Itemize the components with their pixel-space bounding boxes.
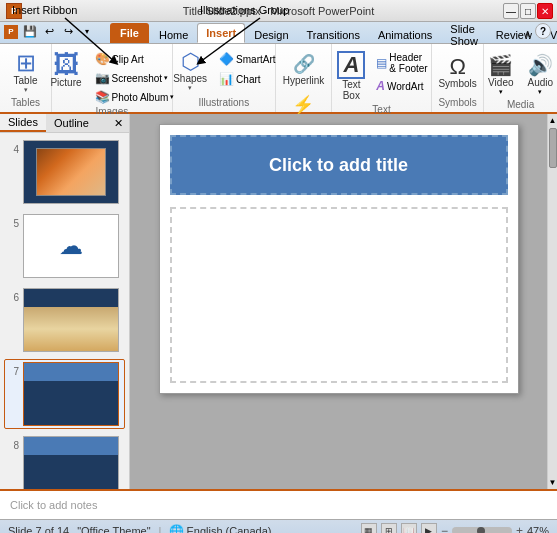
slide-canvas[interactable]: Click to add title — [159, 124, 519, 394]
hyperlink-label: Hyperlink — [283, 75, 325, 86]
status-right: ▦ ⊞ 📖 ▶ − + 47% — [361, 523, 549, 534]
maximize-button[interactable]: □ — [520, 3, 536, 19]
slideshow-button[interactable]: ▶ — [421, 523, 437, 534]
zoom-slider-thumb[interactable] — [477, 527, 485, 534]
screenshot-label: Screenshot — [112, 73, 163, 84]
notes-area[interactable]: Click to add notes — [0, 489, 557, 519]
clipart-button[interactable]: 🎨 Clip Art — [91, 50, 179, 68]
slide-img-7 — [23, 362, 119, 426]
slide-title-text: Click to add title — [269, 155, 408, 176]
ribbon-group-images-content: 🖼 Picture 🎨 Clip Art 📷 Screenshot ▾ — [45, 48, 178, 106]
undo-button[interactable]: ↩ — [40, 23, 58, 41]
slide-thumb-6[interactable]: 6 — [4, 285, 125, 355]
tab-design[interactable]: Design — [245, 25, 297, 43]
slide-num-4: 4 — [7, 140, 19, 155]
main-area: Slides Outline ✕ 4 5 ☁ — [0, 114, 557, 489]
tab-insert[interactable]: Insert — [197, 23, 245, 43]
vertical-scrollbar[interactable]: ▲ ▼ — [547, 114, 557, 489]
photoalbum-icon: 📚 — [95, 90, 110, 104]
annotation-insert-ribbon: Insert Ribbon — [12, 4, 77, 16]
hyperlink-icon: 🔗 — [293, 53, 315, 75]
normal-view-button[interactable]: ▦ — [361, 523, 377, 534]
tab-slideshow[interactable]: Slide Show — [441, 25, 487, 43]
minimize-button[interactable]: — — [503, 3, 519, 19]
illust-small-buttons: 🔷 SmartArt 📊 Chart — [215, 48, 279, 88]
close-button[interactable]: ✕ — [537, 3, 553, 19]
ribbon-collapse-button[interactable]: ∧ — [524, 28, 531, 39]
chart-label: Chart — [236, 74, 260, 85]
ribbon-group-tables: ⊞ Table ▾ Tables — [0, 44, 52, 112]
slide-img-5: ☁ — [23, 214, 119, 278]
headerfooter-button[interactable]: ▤ Header& Footer — [373, 50, 430, 76]
status-bar: Slide 7 of 14 "Office Theme" | 🌐 English… — [0, 519, 557, 533]
ribbon-group-tables-content: ⊞ Table ▾ — [9, 48, 43, 97]
scroll-thumb[interactable] — [549, 128, 557, 168]
slide-thumbnails: 4 5 ☁ 6 — [0, 133, 129, 489]
ribbon-group-symbols-content: Ω Symbols — [433, 48, 481, 97]
textbox-button[interactable]: A TextBox — [332, 48, 370, 104]
hyperlink-button[interactable]: 🔗 Hyperlink — [280, 50, 328, 89]
symbols-button[interactable]: Ω Symbols — [433, 53, 481, 92]
slides-tab[interactable]: Slides — [0, 114, 46, 132]
picture-label: Picture — [50, 77, 81, 88]
slide-num-7: 7 — [7, 362, 19, 377]
symbols-icon: Ω — [449, 56, 465, 78]
table-icon: ⊞ — [16, 51, 36, 75]
screenshot-icon: 📷 — [95, 71, 110, 85]
zoom-slider-track[interactable] — [452, 527, 512, 534]
video-dropdown: ▾ — [499, 88, 503, 96]
qat-dropdown-button[interactable]: ▾ — [78, 23, 96, 41]
audio-label: Audio — [528, 77, 554, 88]
screenshot-button[interactable]: 📷 Screenshot ▾ — [91, 69, 179, 87]
ribbon-body: ⊞ Table ▾ Tables 🖼 Picture 🎨 Clip — [0, 44, 557, 114]
zoom-plus-button[interactable]: + — [516, 524, 523, 534]
scroll-up-button[interactable]: ▲ — [547, 114, 557, 127]
save-qat-button[interactable]: 💾 — [21, 23, 39, 41]
slide-content-placeholder[interactable] — [170, 207, 508, 383]
clipart-label: Clip Art — [112, 54, 144, 65]
chart-button[interactable]: 📊 Chart — [215, 70, 279, 88]
help-button[interactable]: ? — [535, 23, 551, 39]
media-group-label: Media — [507, 99, 534, 110]
zoom-minus-button[interactable]: − — [441, 524, 448, 534]
picture-icon: 🖼 — [53, 51, 79, 77]
reading-button[interactable]: 📖 — [401, 523, 417, 534]
slide-title-placeholder[interactable]: Click to add title — [170, 135, 508, 195]
slide-thumb-7[interactable]: 7 — [4, 359, 125, 429]
video-label: Video — [488, 77, 513, 88]
tab-transitions[interactable]: Transitions — [298, 25, 369, 43]
wordart-label: WordArt — [387, 81, 424, 92]
shapes-button[interactable]: ⬡ Shapes ▾ — [168, 48, 212, 95]
video-button[interactable]: 🎬 Video ▾ — [483, 50, 518, 99]
tab-home[interactable]: Home — [150, 25, 197, 43]
audio-button[interactable]: 🔊 Audio ▾ — [523, 50, 557, 99]
zoom-level: 47% — [527, 525, 549, 534]
shapes-dropdown: ▾ — [188, 84, 192, 92]
slidesorter-button[interactable]: ⊞ — [381, 523, 397, 534]
file-tab[interactable]: File — [110, 23, 149, 43]
smartart-icon: 🔷 — [219, 52, 234, 66]
photoalbum-button[interactable]: 📚 Photo Album ▾ — [91, 88, 179, 106]
panel-close-button[interactable]: ✕ — [108, 115, 129, 132]
ribbon-group-illustrations-content: ⬡ Shapes ▾ 🔷 SmartArt 📊 Chart — [168, 48, 279, 97]
symbols-group-label: Symbols — [438, 97, 476, 108]
tab-animations[interactable]: Animations — [369, 25, 441, 43]
shapes-icon: ⬡ — [181, 51, 200, 73]
redo-button[interactable]: ↪ — [59, 23, 77, 41]
scroll-down-button[interactable]: ▼ — [547, 476, 557, 489]
smartart-button[interactable]: 🔷 SmartArt — [215, 50, 279, 68]
wordart-button[interactable]: A WordArt — [373, 77, 430, 95]
text-small-buttons: ▤ Header& Footer A WordArt — [373, 48, 430, 95]
slide-img-4 — [23, 140, 119, 204]
tab-review[interactable]: Review — [487, 25, 541, 43]
slide-count: Slide 7 of 14 — [8, 525, 69, 534]
slide-thumb-8[interactable]: 8 — [4, 433, 125, 489]
separator1: | — [159, 525, 162, 534]
table-button[interactable]: ⊞ Table ▾ — [9, 48, 43, 97]
slide-panel: Slides Outline ✕ 4 5 ☁ — [0, 114, 130, 489]
slide-thumb-4[interactable]: 4 — [4, 137, 125, 207]
language-flag-icon: 🌐 — [169, 524, 184, 534]
picture-button[interactable]: 🖼 Picture — [45, 48, 86, 91]
slide-thumb-5[interactable]: 5 ☁ — [4, 211, 125, 281]
outline-tab[interactable]: Outline — [46, 115, 97, 131]
